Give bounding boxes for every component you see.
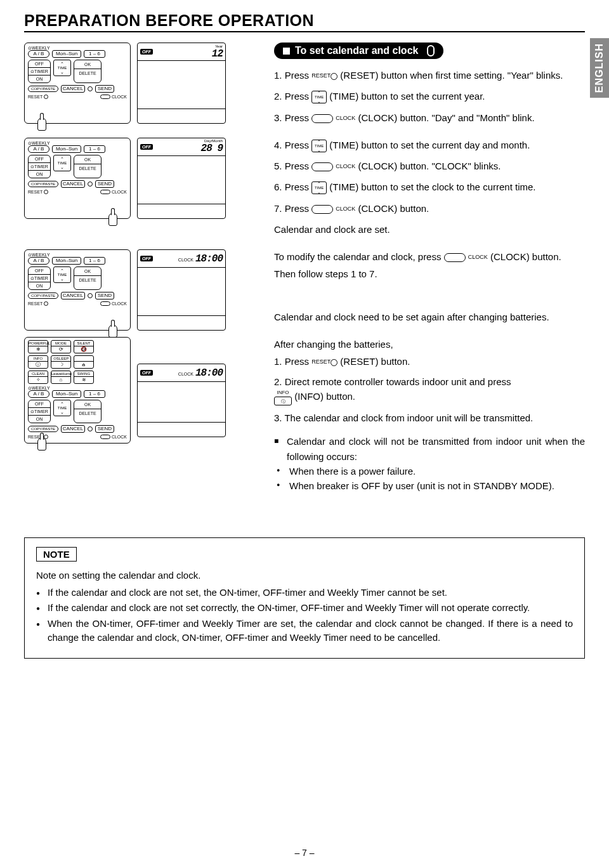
note-intro: Note on setting the calendar and clock.	[36, 568, 573, 582]
swing-button: SWING≋	[74, 371, 94, 384]
reset-icon	[331, 73, 337, 80]
remote-diagram-4: POWERFUL❄ MODE⟳ SILENT🔇 INFOⓘ ⊙SLEEP☽ 🜁 …	[24, 337, 131, 444]
time-icon: ⌃TIME⌄	[311, 140, 327, 152]
modify-followup: Then follow steps 1 to 7.	[274, 266, 585, 281]
lcd-clock-2: OFF CLOCK 18:00	[137, 364, 226, 437]
lcd-clock-1: OFF CLOCK 18:00	[137, 249, 226, 331]
silent-button: SILENT🔇	[74, 340, 94, 353]
note-badge: NOTE	[36, 547, 77, 562]
leavehome-button: LeaveHome⌂	[51, 371, 71, 384]
step-5: 5. Press CLOCK (CLOCK) button. "CLOCK" b…	[274, 159, 585, 173]
mode-button: MODE⟳	[51, 340, 71, 353]
ok-delete: OK DELETE	[74, 60, 102, 83]
clock-oval-icon	[311, 205, 333, 214]
fan-button: 🜁	[74, 355, 94, 369]
time-button: ⌃ TIME ⌄	[53, 60, 71, 76]
ab-button: A / B	[28, 50, 49, 58]
pointing-hand-icon	[34, 114, 49, 136]
language-tab: ENGLISH	[590, 38, 609, 98]
after-batteries-head: After changing the batteries,	[274, 337, 585, 352]
off-timer-on: OFF ⊙TIMER ON	[28, 60, 51, 83]
square-bullet-icon	[283, 48, 290, 55]
section-heading: To set calendar and clock	[274, 43, 443, 59]
pointing-hand-icon	[34, 434, 49, 456]
copypaste-button: COPY/PASTE	[28, 86, 58, 92]
lcd-daymonth: OFF Day/Month 28 9	[137, 138, 226, 219]
send-button: SEND	[95, 85, 114, 93]
step-7: 7. Press CLOCK (CLOCK) button.	[274, 201, 585, 216]
clock-label: CLOCK	[100, 95, 127, 99]
after-step-1: 1. Press RESET (RESET) button.	[274, 354, 585, 369]
info-icon: ⓘ	[274, 397, 292, 405]
off-badge: OFF	[140, 49, 153, 55]
warning-item-2: When breaker is OFF by user (unit is not…	[274, 478, 585, 493]
clean-button: CLEAN✧	[28, 371, 48, 384]
after-step-2: 2. Direct remote controller towards indo…	[274, 374, 585, 406]
note-item-1: If the calendar and clock are not set, t…	[36, 586, 573, 600]
step-done: Calendar and clock are set.	[274, 222, 585, 237]
warning-item-1: When there is a power failure.	[274, 464, 585, 478]
info-button: INFOⓘ	[28, 355, 48, 369]
note-item-3: When the ON-timer, OFF-timer and Weekly …	[36, 617, 573, 645]
remote-diagram-2: ⊙WEEKLY A / B Mon–Sun 1 – 6 OFF⊙TIMERON …	[24, 138, 131, 219]
remote-diagram-3: ⊙WEEKLY A / B Mon–Sun 1 – 6 OFF⊙TIMERON …	[24, 249, 131, 331]
powerful-button: POWERFUL❄	[28, 340, 48, 353]
days-button: Mon–Sun	[52, 50, 81, 58]
step-3: 3. Press CLOCK (CLOCK) button. "Day" and…	[274, 110, 585, 125]
note-box: NOTE Note on setting the calendar and cl…	[24, 537, 585, 658]
step-4: 4. Press ⌃TIME⌄ (TIME) button to set the…	[274, 138, 585, 152]
reset-label: RESET	[28, 95, 48, 99]
note-item-2: If the calendar and clock are not set co…	[36, 601, 573, 615]
sleep-button: ⊙SLEEP☽	[51, 355, 71, 369]
pointing-hand-icon	[105, 209, 120, 231]
time-icon: ⌃TIME⌄	[311, 181, 327, 194]
pill-end-icon	[427, 45, 435, 56]
clock-oval-icon	[311, 114, 333, 123]
step-1: 1. Press RESET (RESET) button when first…	[274, 68, 585, 82]
reset-icon	[331, 359, 337, 366]
cancel-button: CANCEL	[61, 85, 85, 93]
after-step-3: 3. The calendar and clock from indoor un…	[274, 411, 585, 425]
step-6: 6. Press ⌃TIME⌄ (TIME) button to set the…	[274, 180, 585, 194]
step-2: 2. Press ⌃TIME⌄ (TIME) button to set the…	[274, 89, 585, 103]
clock-oval-icon	[444, 253, 466, 262]
lcd-year: OFF Year 12	[137, 43, 226, 124]
battery-note: Calendar and clock need to be set again …	[274, 310, 585, 324]
page-title: PREPARATION BEFORE OPERATION	[24, 11, 585, 32]
warning-head: Calendar and clock will not be transmitt…	[274, 434, 585, 464]
onesix-button: 1 – 6	[84, 50, 105, 58]
time-icon: ⌃TIME⌄	[311, 91, 327, 103]
clock-oval-icon	[311, 162, 333, 171]
ir-icon	[88, 86, 93, 91]
page-number: – 7 –	[0, 848, 609, 858]
modify-instruction: To modify the calendar and clock, press …	[274, 249, 585, 264]
remote-diagram-1: ⊙WEEKLY A / B Mon–Sun 1 – 6 OFF ⊙TIMER O…	[24, 43, 131, 124]
